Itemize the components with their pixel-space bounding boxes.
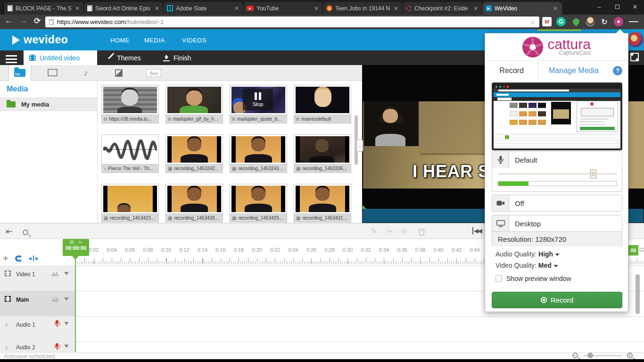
- trash-icon[interactable]: [419, 228, 424, 238]
- gmail-extension-icon[interactable]: M: [542, 17, 552, 26]
- track-video1[interactable]: Video 1: [0, 265, 75, 291]
- media-item[interactable]: ▦recording_1453431...: [294, 184, 351, 222]
- media-item[interactable]: ▦recording_1453336...: [294, 134, 351, 173]
- effects-fx-icon[interactable]: fx: [402, 227, 407, 235]
- forward-button[interactable]: →: [20, 16, 28, 25]
- browser-menu-icon[interactable]: [629, 17, 638, 26]
- wevideo-logo[interactable]: wevideo: [24, 33, 68, 46]
- nav-home[interactable]: HOME: [110, 37, 130, 44]
- tab-my-media[interactable]: Me: [8, 65, 31, 81]
- stop-overlay[interactable]: Stop: [243, 89, 273, 110]
- track-main[interactable]: Main: [0, 291, 75, 316]
- track-audio2[interactable]: ♪ Audio 2: [0, 342, 75, 352]
- bookmark-star-icon[interactable]: ☆: [529, 18, 536, 26]
- tab-transitions[interactable]: [107, 65, 130, 81]
- minimize-button[interactable]: –: [590, 0, 608, 13]
- browser-tab[interactable]: Sword Art Online Epis✕: [83, 2, 164, 15]
- popup-tab-manage-media[interactable]: Manage Media: [541, 61, 607, 80]
- waveform-toggle-icon[interactable]: [52, 297, 58, 302]
- reload-button[interactable]: ⟳: [34, 16, 41, 26]
- help-icon[interactable]: ?: [613, 66, 622, 75]
- zoom-knob[interactable]: [587, 353, 593, 358]
- zoom-slider[interactable]: [583, 355, 622, 356]
- panel-resize-handle[interactable]: ↔: [356, 140, 363, 152]
- tab-close-icon[interactable]: ✕: [472, 5, 479, 12]
- tab-close-icon[interactable]: ✕: [74, 5, 81, 12]
- media-item[interactable]: ▦recording_1453243...: [230, 134, 287, 173]
- search-zoom-icon[interactable]: [23, 228, 28, 238]
- zoom-in-icon[interactable]: +: [627, 353, 633, 358]
- tab-stock-media[interactable]: [41, 65, 64, 81]
- reload-extension-icon[interactable]: ↻: [600, 17, 609, 26]
- cut-scissors-icon[interactable]: ✂: [387, 226, 394, 237]
- collapse-icon[interactable]: ⇤: [6, 226, 13, 237]
- record-mic-icon[interactable]: [56, 343, 58, 347]
- camera-icon: [496, 200, 505, 206]
- close-window-button[interactable]: ✕: [626, 0, 644, 13]
- media-item[interactable]: ♪Pierce The Veil - Th...: [101, 134, 159, 173]
- skip-to-start-icon[interactable]: ◀◀: [472, 227, 481, 234]
- back-button[interactable]: ←: [5, 16, 13, 25]
- browser-tab[interactable]: ▶WeVideo✕: [482, 2, 562, 15]
- pin-extension-icon[interactable]: [571, 17, 581, 26]
- media-item[interactable]: ▦recording_1453423...: [101, 184, 159, 222]
- fullscreen-icon[interactable]: [630, 53, 639, 61]
- audio-quality-row[interactable]: Audio Quality: High: [495, 250, 560, 258]
- tab-close-icon[interactable]: ✕: [154, 5, 160, 12]
- browser-tab[interactable]: STeen Jobs in 19144 N✕: [322, 2, 403, 15]
- microphone-select[interactable]: Default: [509, 156, 537, 164]
- cattura-extension-icon[interactable]: [614, 17, 623, 26]
- media-item[interactable]: ▦recording_1453429...: [230, 184, 287, 222]
- track-options-icon[interactable]: [64, 322, 69, 325]
- themes-button[interactable]: Themes: [107, 50, 141, 65]
- project-title-chip[interactable]: Untitled video: [24, 50, 97, 65]
- media-item[interactable]: ▦recording_1453428...: [165, 184, 223, 222]
- media-item[interactable]: ⧉https://38.media.tu...: [101, 85, 159, 123]
- tab-audio[interactable]: ♪: [74, 65, 97, 81]
- tab-close-icon[interactable]: ✕: [313, 5, 320, 12]
- restore-button[interactable]: [608, 0, 626, 13]
- show-preview-checkbox[interactable]: [495, 275, 502, 282]
- edit-pencil-icon[interactable]: ✎: [371, 226, 378, 237]
- track-audio1[interactable]: ♪ Audio 1: [0, 316, 75, 342]
- split-clip-icon[interactable]: ◄►: [27, 255, 40, 261]
- mic-slider-handle[interactable]: [590, 169, 596, 179]
- zoom-out-icon[interactable]: −: [572, 353, 578, 358]
- track-options-icon[interactable]: [64, 272, 69, 275]
- profile-avatar-extension[interactable]: [586, 17, 595, 26]
- nav-videos[interactable]: VIDEOS: [182, 37, 206, 44]
- tab-close-icon[interactable]: ✕: [552, 5, 559, 12]
- editor-menu-icon[interactable]: [6, 53, 17, 65]
- waveform-toggle-icon[interactable]: [52, 272, 58, 276]
- popup-tab-record[interactable]: Record: [485, 61, 538, 80]
- media-item[interactable]: Stop⧉markiplier_quote_b...: [230, 85, 287, 123]
- browser-tab[interactable]: ▶YouTube✕: [243, 2, 323, 15]
- url-field[interactable]: https://www.wevideo.com/hub#editor/-1 ☆: [45, 16, 539, 27]
- user-avatar[interactable]: [628, 32, 643, 47]
- media-item[interactable]: ⧉maxresdefault: [294, 85, 351, 123]
- media-item[interactable]: ⧉markiplier_gif_by_h...: [165, 85, 223, 123]
- finish-button[interactable]: Finish: [163, 50, 191, 65]
- add-track-icon[interactable]: +: [3, 253, 8, 264]
- tab-text[interactable]: Text: [140, 65, 168, 81]
- timeline-scrollbar[interactable]: [636, 274, 640, 314]
- screen-select[interactable]: Desktop: [509, 220, 541, 228]
- browser-tab[interactable]: SAdobe Slate✕: [163, 2, 243, 15]
- camera-select[interactable]: Off: [509, 199, 524, 207]
- track-options-icon[interactable]: [64, 297, 69, 301]
- media-item[interactable]: ▦recording_1453242...: [165, 134, 223, 173]
- browser-tab[interactable]: BLOCK PAGE - The Sc✕: [4, 2, 84, 15]
- playhead[interactable]: +✂ 00:00:00: [63, 239, 89, 256]
- browser-tab[interactable]: Checkpoint #2: Evide✕: [402, 2, 482, 15]
- tab-close-icon[interactable]: ✕: [393, 5, 399, 12]
- record-button[interactable]: Record: [492, 292, 622, 308]
- grammarly-extension-icon[interactable]: G: [556, 17, 566, 26]
- video-quality-row[interactable]: Video Quality: Med: [495, 262, 558, 269]
- snap-magnet-icon[interactable]: [15, 255, 21, 262]
- mic-volume-slider[interactable]: [498, 173, 617, 174]
- my-media-item[interactable]: My media: [0, 97, 97, 111]
- tab-close-icon[interactable]: ✕: [233, 5, 240, 12]
- record-mic-icon[interactable]: [56, 320, 58, 324]
- track-options-icon[interactable]: [64, 345, 69, 348]
- nav-media[interactable]: MEDIA: [144, 37, 165, 44]
